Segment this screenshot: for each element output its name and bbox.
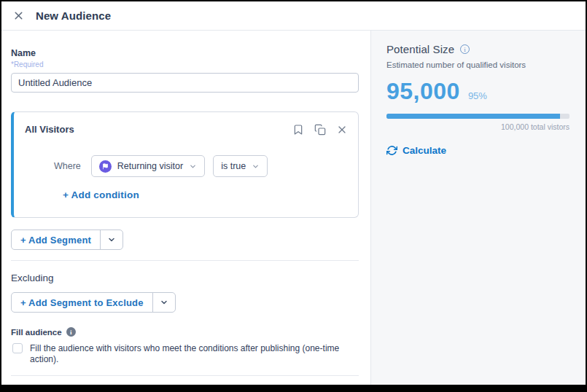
- screenshot-frame: New Audience Name *Required All Visitors: [0, 0, 587, 392]
- excluding-label: Excluding: [11, 273, 359, 283]
- potential-size-value: 95,000: [386, 78, 460, 105]
- audience-name-input[interactable]: [11, 73, 359, 93]
- condition-field-dropdown[interactable]: Returning visitor: [91, 155, 205, 177]
- section-divider: [11, 375, 359, 376]
- dialog-body: Name *Required All Visitors: [1, 31, 586, 385]
- name-section: Name *Required: [11, 48, 359, 93]
- segment-card-header: All Visitors: [25, 123, 348, 136]
- info-icon[interactable]: [460, 44, 470, 54]
- add-segment-exclude-button[interactable]: + Add Segment to Exclude: [12, 293, 152, 312]
- section-divider: [11, 260, 359, 261]
- where-label: Where: [54, 161, 81, 171]
- dialog-header: New Audience: [1, 1, 586, 31]
- potential-size-subtitle: Estimated number of qualified visitors: [386, 60, 569, 69]
- fill-audience-label: Fill audience: [11, 328, 62, 337]
- condition-operator-dropdown[interactable]: is true: [213, 155, 268, 177]
- potential-size-panel: Potential Size Estimated number of quali…: [370, 31, 586, 385]
- segment-title: All Visitors: [25, 124, 74, 135]
- condition-row: Where Returning visitor is true: [54, 155, 348, 177]
- condition-operator-value: is true: [221, 161, 246, 171]
- required-label: *Required: [11, 60, 359, 68]
- condition-field-value: Returning visitor: [117, 161, 183, 171]
- calculate-button[interactable]: Calculate: [386, 145, 446, 156]
- segment-card: All Visitors: [11, 111, 359, 218]
- flag-icon: [99, 160, 112, 173]
- info-icon[interactable]: [66, 327, 76, 337]
- add-segment-dropdown[interactable]: [101, 230, 123, 249]
- fill-audience-description: Fill the audience with visitors who meet…: [30, 343, 359, 365]
- page-title: New Audience: [36, 9, 111, 22]
- name-label: Name: [11, 48, 359, 58]
- fill-audience-checkbox[interactable]: [12, 343, 23, 353]
- remove-segment-icon[interactable]: [335, 123, 348, 136]
- fill-audience-option[interactable]: Fill the audience with visitors who meet…: [12, 343, 359, 365]
- progress-fill: [386, 114, 560, 119]
- new-audience-dialog: New Audience Name *Required All Visitors: [1, 1, 586, 385]
- chevron-down-icon: [252, 162, 260, 170]
- potential-size-header: Potential Size: [386, 43, 569, 55]
- potential-size-value-row: 95,000 95%: [386, 78, 569, 105]
- calculate-label: Calculate: [403, 145, 446, 156]
- total-visitors-label: 100,000 total vistors: [386, 122, 569, 131]
- add-segment-exclude-split-button: + Add Segment to Exclude: [11, 292, 176, 313]
- add-segment-split-button: + Add Segment: [11, 230, 123, 250]
- refresh-icon: [386, 145, 397, 156]
- segment-card-actions: [292, 123, 348, 136]
- copy-icon[interactable]: [314, 123, 326, 136]
- add-condition-button[interactable]: + Add condition: [63, 189, 139, 200]
- audience-form: Name *Required All Visitors: [1, 31, 370, 385]
- potential-size-percent: 95%: [468, 90, 487, 101]
- close-icon[interactable]: [12, 9, 25, 23]
- bookmark-icon[interactable]: [292, 123, 304, 136]
- potential-size-title: Potential Size: [386, 43, 454, 55]
- chevron-down-icon: [189, 162, 197, 170]
- fill-audience-header: Fill audience: [11, 327, 359, 337]
- potential-size-progress-bar: [386, 114, 569, 119]
- add-segment-button[interactable]: + Add Segment: [12, 230, 100, 249]
- add-segment-exclude-dropdown[interactable]: [153, 293, 175, 312]
